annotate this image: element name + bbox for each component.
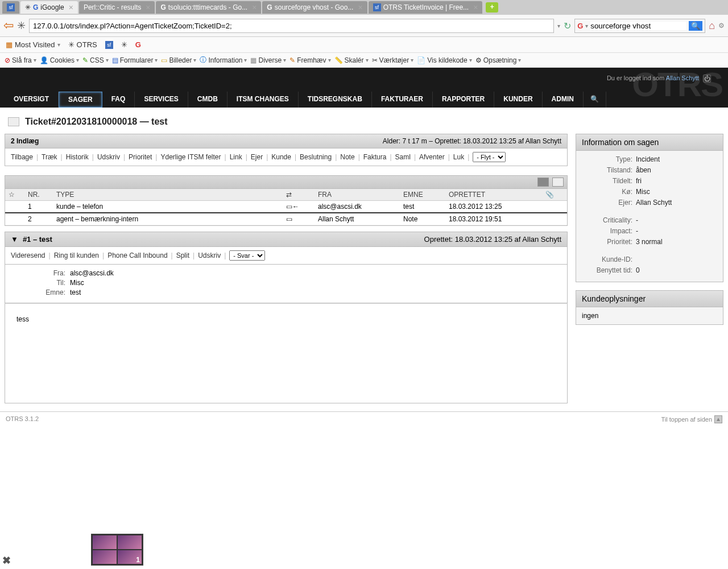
article-title: #1 – test bbox=[23, 235, 52, 244]
art-print[interactable]: Udskriv bbox=[198, 251, 221, 259]
wd-info[interactable]: ⓘInformation▾ bbox=[200, 55, 247, 65]
nav-fakturaer[interactable]: FAKTURAER bbox=[372, 92, 433, 108]
browser-navbar: ⇦ ✳ ▾ ↻ G▾ 🔍 ⌂ ⚙ bbox=[0, 15, 728, 37]
browser-tab[interactable]: Gtsolucio:tttimecards - Go...× bbox=[156, 1, 261, 14]
nav-itsm-changes[interactable]: ITSM CHANGES bbox=[228, 92, 299, 108]
action-decision[interactable]: Beslutning bbox=[300, 153, 332, 161]
action-customer[interactable]: Kunde bbox=[271, 153, 291, 161]
nav-kunder[interactable]: KUNDER bbox=[494, 92, 542, 108]
browser-tab-active[interactable]: ✳GiGoogle× bbox=[20, 1, 78, 14]
close-icon[interactable]: × bbox=[358, 3, 362, 12]
arrow-up-icon[interactable]: ▲ bbox=[714, 415, 722, 423]
close-icon[interactable]: × bbox=[473, 3, 478, 12]
col-fra[interactable]: FRA bbox=[315, 189, 400, 201]
wd-forms[interactable]: ▤Formularer▾ bbox=[112, 56, 158, 64]
wd-cookies[interactable]: 👤Cookies▾ bbox=[40, 56, 79, 64]
wd-highlight[interactable]: ✎Fremhæv▾ bbox=[289, 56, 330, 64]
entries-count: 2 Indlæg bbox=[11, 137, 39, 145]
nav-search-icon[interactable]: 🔍 bbox=[584, 92, 606, 108]
watermark: OTRS bbox=[632, 65, 722, 104]
move-select[interactable]: - Flyt - bbox=[473, 152, 506, 162]
browser-tab[interactable]: Perl::Critic - results× bbox=[79, 1, 155, 14]
site-identity-icon[interactable]: ✳ bbox=[17, 19, 26, 32]
search-box[interactable]: G▾ 🔍 bbox=[574, 19, 705, 33]
close-icon[interactable]: × bbox=[252, 3, 257, 12]
action-note[interactable]: Note bbox=[340, 153, 354, 161]
view-mode-icon-alt[interactable] bbox=[552, 178, 564, 187]
art-forward[interactable]: Videresend bbox=[11, 251, 46, 259]
action-owner[interactable]: Ejer bbox=[251, 153, 263, 161]
action-link[interactable]: Link bbox=[230, 153, 242, 161]
logged-user-link[interactable]: Allan Schytt bbox=[666, 75, 699, 81]
page-footer: OTRS 3.1.2 Til toppen af siden▲ bbox=[0, 411, 728, 427]
bookmark-most-visited[interactable]: ▦Most Visited▾ bbox=[6, 40, 60, 49]
table-row[interactable]: 2agent – bemærkning-intern▭Allan SchyttN… bbox=[5, 213, 567, 225]
dropdown-icon[interactable]: ▾ bbox=[557, 23, 560, 29]
wd-images[interactable]: ▭Billeder▾ bbox=[161, 56, 196, 64]
to-top-link[interactable]: Til toppen af siden bbox=[661, 416, 712, 423]
ticket-state-icon bbox=[8, 117, 19, 126]
close-icon[interactable]: × bbox=[146, 3, 150, 12]
close-icon[interactable]: × bbox=[69, 3, 73, 12]
nav-oversigt[interactable]: OVERSIGT bbox=[5, 92, 59, 108]
table-row[interactable]: 1kunde – telefon▭←alsc@ascsi.dktest18.03… bbox=[5, 201, 567, 213]
action-move[interactable]: Træk bbox=[42, 153, 57, 161]
url-input[interactable] bbox=[29, 19, 554, 33]
collapse-icon[interactable]: ▼ bbox=[11, 235, 18, 244]
col-emne[interactable]: EMNE bbox=[400, 189, 445, 201]
search-input[interactable] bbox=[590, 22, 686, 30]
action-priority[interactable]: Prioritet bbox=[129, 153, 152, 161]
action-merge[interactable]: Saml bbox=[395, 153, 411, 161]
action-itsm[interactable]: Yderlige ITSM felter bbox=[160, 153, 221, 161]
wd-source[interactable]: 📄Vis kildekode▾ bbox=[417, 56, 472, 64]
article-list-toolbar bbox=[5, 175, 568, 189]
wd-misc[interactable]: ▦Diverse▾ bbox=[250, 56, 286, 64]
col-nr[interactable]: NR. bbox=[24, 189, 53, 201]
col-type[interactable]: TYPE bbox=[53, 189, 283, 201]
col-direction[interactable]: ⇄ bbox=[283, 189, 315, 201]
action-close[interactable]: Luk bbox=[453, 153, 464, 161]
bookmark-item[interactable]: ✳ bbox=[121, 40, 127, 49]
col-oprettet[interactable]: OPRETTET bbox=[445, 189, 542, 201]
action-history[interactable]: Historik bbox=[66, 153, 89, 161]
wd-disable[interactable]: ⊘Slå fra▾ bbox=[5, 56, 36, 64]
browser-tab[interactable]: Gsourceforge vhost - Goo...× bbox=[262, 1, 367, 14]
wd-settings[interactable]: ⚙Opsætning▾ bbox=[475, 56, 522, 64]
col-star[interactable]: ☆ bbox=[5, 189, 24, 201]
power-icon[interactable]: ⏻ bbox=[703, 75, 711, 83]
view-mode-icon[interactable] bbox=[537, 178, 549, 187]
nav-faq[interactable]: FAQ bbox=[102, 92, 135, 108]
action-back[interactable]: Tilbage bbox=[11, 153, 33, 161]
nav-cmdb[interactable]: CMDB bbox=[188, 92, 228, 108]
action-invoice[interactable]: Faktura bbox=[363, 153, 387, 161]
login-info: Du er logget ind som Allan Schytt ⏻ bbox=[607, 75, 711, 83]
art-split[interactable]: Split bbox=[176, 251, 189, 259]
nav-admin[interactable]: ADMIN bbox=[543, 92, 584, 108]
wd-css[interactable]: ✎CSS▾ bbox=[82, 56, 109, 64]
back-arrow-icon[interactable]: ⇦ bbox=[3, 18, 14, 33]
action-pending[interactable]: Afventer bbox=[419, 153, 445, 161]
nav-rapporter[interactable]: RAPPORTER bbox=[433, 92, 494, 108]
browser-tab-strip: sf ✳GiGoogle× Perl::Critic - results× Gt… bbox=[0, 0, 728, 15]
reply-select[interactable]: - Svar - bbox=[229, 250, 265, 261]
nav-tidsregnskab[interactable]: TIDSREGNSKAB bbox=[299, 92, 372, 108]
browser-tab[interactable]: sfOTRS TicketInvoice | Free...× bbox=[369, 1, 483, 14]
action-print[interactable]: Udskriv bbox=[97, 153, 120, 161]
dev-icon[interactable]: ⚙ bbox=[718, 22, 725, 30]
bookmark-item[interactable]: G bbox=[135, 40, 141, 49]
nav-sager[interactable]: SAGER bbox=[59, 92, 102, 108]
reload-icon[interactable]: ↻ bbox=[564, 20, 571, 31]
wd-tools[interactable]: ✂Værktøjer▾ bbox=[372, 56, 414, 64]
art-phone-inbound[interactable]: Phone Call Inbound bbox=[107, 251, 167, 259]
article-list: ☆ NR. TYPE ⇄ FRA EMNE OPRETTET 📎 1kunde … bbox=[5, 189, 568, 226]
home-icon[interactable]: ⌂ bbox=[709, 20, 715, 32]
new-tab-button[interactable]: + bbox=[486, 2, 498, 13]
art-call-customer[interactable]: Ring til kunden bbox=[54, 251, 99, 259]
nav-services[interactable]: SERVICES bbox=[135, 92, 188, 108]
wd-scale[interactable]: 📏Skalér▾ bbox=[334, 56, 369, 64]
search-icon[interactable]: 🔍 bbox=[689, 21, 702, 31]
bookmark-item[interactable]: sf bbox=[105, 41, 113, 49]
bookmark-otrs[interactable]: ✳OTRS bbox=[68, 40, 97, 49]
col-attachment[interactable]: 📎 bbox=[542, 189, 559, 201]
browser-tab[interactable]: sf bbox=[2, 1, 19, 14]
